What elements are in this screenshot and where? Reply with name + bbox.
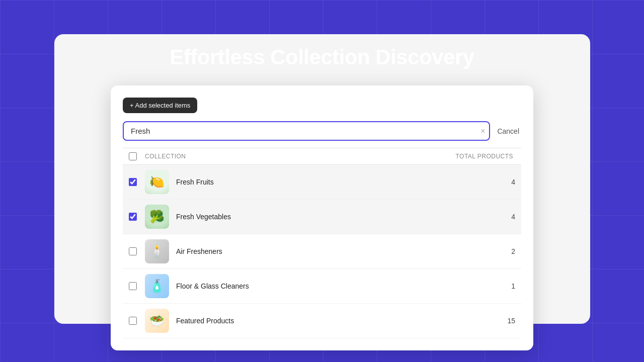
- collection-table: Collection Total products 🍋 Fresh Fruits…: [123, 148, 521, 338]
- clear-icon[interactable]: ×: [480, 127, 485, 136]
- collection-thumbnail: 🧴: [145, 274, 169, 298]
- collection-thumbnail: 🕯️: [145, 239, 169, 263]
- collection-name: Fresh Vegetables: [176, 213, 503, 221]
- page-title: Effortless Collection Discovery: [0, 0, 644, 69]
- table-row: 🕯️ Air Fresheners 2: [123, 234, 521, 269]
- row-checkbox-col: [129, 247, 145, 255]
- thumb-icon: 🕯️: [149, 245, 165, 257]
- table-header: Collection Total products: [123, 148, 521, 165]
- row-checkbox-col: [129, 282, 145, 290]
- table-row: 🍋 Fresh Fruits 4: [123, 165, 521, 200]
- header-checkbox-col: [129, 152, 145, 160]
- table-row: 🥦 Fresh Vegetables 4: [123, 200, 521, 234]
- collection-count: 1: [503, 282, 515, 290]
- row-checkbox-col: [129, 213, 145, 221]
- collection-name: Floor & Glass Cleaners: [176, 282, 503, 290]
- collection-name: Featured Products: [176, 317, 503, 325]
- search-input-wrapper: ×: [123, 121, 490, 141]
- collection-thumbnail: 🥗: [145, 309, 169, 333]
- modal-panel: + Add selected items × Cancel Collection…: [111, 85, 533, 350]
- row-checkbox[interactable]: [129, 247, 137, 255]
- cancel-button[interactable]: Cancel: [495, 127, 521, 135]
- table-row: 🧴 Floor & Glass Cleaners 1: [123, 269, 521, 304]
- row-checkbox-col: [129, 317, 145, 325]
- select-all-checkbox[interactable]: [129, 152, 137, 160]
- collection-name: Air Fresheners: [176, 247, 503, 255]
- add-selected-button[interactable]: + Add selected items: [123, 98, 197, 113]
- row-checkbox[interactable]: [129, 178, 137, 186]
- row-checkbox-col: [129, 178, 145, 186]
- thumb-icon: 🥗: [149, 315, 165, 327]
- collection-count: 15: [503, 317, 515, 325]
- collection-thumbnail: 🥦: [145, 205, 169, 229]
- table-row: 🥗 Featured Products 15: [123, 304, 521, 338]
- thumb-icon: 🧴: [149, 280, 165, 292]
- collection-count: 4: [503, 213, 515, 221]
- thumb-icon: 🥦: [149, 211, 165, 223]
- search-input[interactable]: [123, 121, 490, 141]
- header-collection-label: Collection: [145, 153, 455, 160]
- collection-name: Fresh Fruits: [176, 178, 503, 186]
- header-total-label: Total products: [455, 153, 513, 160]
- row-checkbox[interactable]: [129, 213, 137, 221]
- collection-count: 4: [503, 178, 515, 186]
- thumb-icon: 🍋: [149, 176, 165, 188]
- search-row: × Cancel: [123, 121, 521, 141]
- collection-count: 2: [503, 247, 515, 255]
- row-checkbox[interactable]: [129, 282, 137, 290]
- row-checkbox[interactable]: [129, 317, 137, 325]
- collection-thumbnail: 🍋: [145, 170, 169, 194]
